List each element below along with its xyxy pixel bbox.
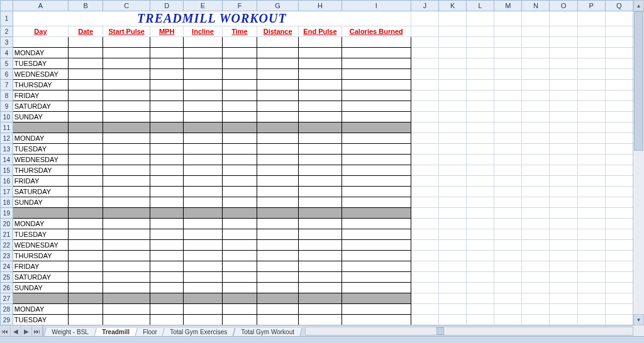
scroll-thumb[interactable] xyxy=(634,11,643,151)
day-cell[interactable]: SATURDAY xyxy=(13,101,68,112)
data-cell[interactable] xyxy=(222,80,257,90)
cell[interactable] xyxy=(577,155,605,165)
data-cell[interactable] xyxy=(222,112,257,122)
cell[interactable] xyxy=(439,80,467,90)
day-cell[interactable]: SUNDAY xyxy=(13,197,68,208)
data-cell[interactable] xyxy=(299,69,341,80)
data-cell[interactable] xyxy=(69,165,103,176)
spreadsheet-grid[interactable]: ABCDEFGHIJKLMNOPQ 1TREADMILL WORKOUT2Day… xyxy=(0,0,633,325)
data-cell[interactable] xyxy=(150,315,184,325)
data-cell[interactable] xyxy=(222,58,257,69)
data-cell[interactable] xyxy=(103,90,150,101)
cell[interactable] xyxy=(522,26,550,37)
data-cell[interactable] xyxy=(257,133,299,144)
data-cell[interactable] xyxy=(103,144,150,155)
data-cell[interactable] xyxy=(184,122,223,133)
cell[interactable] xyxy=(577,144,605,155)
cell[interactable] xyxy=(467,26,494,37)
cell[interactable] xyxy=(411,197,438,208)
cell[interactable] xyxy=(577,176,605,187)
cell[interactable] xyxy=(439,240,467,251)
data-cell[interactable] xyxy=(150,261,184,272)
cell[interactable] xyxy=(550,37,577,48)
data-cell[interactable] xyxy=(150,229,184,240)
cell[interactable] xyxy=(550,133,577,144)
cell[interactable] xyxy=(605,133,633,144)
cell[interactable] xyxy=(411,165,438,176)
data-cell[interactable] xyxy=(13,122,68,133)
cell[interactable] xyxy=(439,229,467,240)
cell[interactable] xyxy=(577,58,605,69)
data-cell[interactable] xyxy=(299,315,341,325)
cell[interactable] xyxy=(522,122,550,133)
cell[interactable] xyxy=(494,165,522,176)
cell[interactable] xyxy=(467,293,494,304)
data-cell[interactable] xyxy=(222,208,257,219)
row-header-8[interactable]: 8 xyxy=(1,90,13,101)
column-header-C[interactable]: C xyxy=(103,1,150,11)
cell[interactable] xyxy=(605,122,633,133)
cell[interactable] xyxy=(522,48,550,58)
cell[interactable] xyxy=(411,208,438,219)
data-cell[interactable] xyxy=(69,293,103,304)
data-cell[interactable] xyxy=(222,315,257,325)
cell[interactable] xyxy=(494,58,522,69)
cell[interactable] xyxy=(550,176,577,187)
row-header-13[interactable]: 13 xyxy=(1,144,13,155)
data-cell[interactable] xyxy=(103,229,150,240)
cell[interactable] xyxy=(439,293,467,304)
cell[interactable] xyxy=(467,219,494,229)
cell[interactable] xyxy=(577,165,605,176)
row-header-29[interactable]: 29 xyxy=(1,315,13,325)
row-header-4[interactable]: 4 xyxy=(1,48,13,58)
data-cell[interactable] xyxy=(299,261,341,272)
cell[interactable] xyxy=(550,144,577,155)
cell[interactable] xyxy=(467,80,494,90)
cell[interactable] xyxy=(605,283,633,293)
cell[interactable] xyxy=(439,26,467,37)
data-cell[interactable] xyxy=(184,80,223,90)
data-cell[interactable] xyxy=(103,272,150,283)
data-cell[interactable] xyxy=(184,197,223,208)
day-cell[interactable]: FRIDAY xyxy=(13,176,68,187)
cell[interactable] xyxy=(522,219,550,229)
cell[interactable] xyxy=(411,283,438,293)
cell[interactable] xyxy=(494,48,522,58)
data-cell[interactable] xyxy=(257,219,299,229)
data-cell[interactable] xyxy=(222,155,257,165)
data-cell[interactable] xyxy=(69,37,103,48)
row-header-9[interactable]: 9 xyxy=(1,101,13,112)
data-cell[interactable] xyxy=(341,144,411,155)
data-cell[interactable] xyxy=(69,155,103,165)
data-cell[interactable] xyxy=(150,69,184,80)
data-cell[interactable] xyxy=(341,229,411,240)
day-cell[interactable]: TUESDAY xyxy=(13,58,68,69)
data-cell[interactable] xyxy=(69,208,103,219)
row-header-16[interactable]: 16 xyxy=(1,176,13,187)
row-header-19[interactable]: 19 xyxy=(1,208,13,219)
sheet-tab-weight-bsl[interactable]: Weight - BSL xyxy=(43,328,96,337)
tab-nav-next[interactable]: ▶ xyxy=(21,325,32,337)
cell[interactable] xyxy=(494,122,522,133)
cell[interactable] xyxy=(550,304,577,315)
cell[interactable] xyxy=(550,48,577,58)
cell[interactable] xyxy=(577,112,605,122)
data-cell[interactable] xyxy=(103,80,150,90)
data-cell[interactable] xyxy=(257,58,299,69)
tab-nav-last[interactable]: ⏭ xyxy=(32,325,43,337)
data-cell[interactable] xyxy=(69,176,103,187)
cell[interactable] xyxy=(605,251,633,261)
cell[interactable] xyxy=(467,122,494,133)
cell[interactable] xyxy=(439,176,467,187)
column-header-H[interactable]: H xyxy=(299,1,341,11)
cell[interactable] xyxy=(411,176,438,187)
cell[interactable] xyxy=(411,229,438,240)
day-cell[interactable]: MONDAY xyxy=(13,133,68,144)
column-header-P[interactable]: P xyxy=(577,1,605,11)
cell[interactable] xyxy=(411,133,438,144)
data-cell[interactable] xyxy=(341,155,411,165)
data-cell[interactable] xyxy=(299,272,341,283)
data-cell[interactable] xyxy=(299,176,341,187)
data-cell[interactable] xyxy=(69,219,103,229)
day-cell[interactable]: SUNDAY xyxy=(13,112,68,122)
